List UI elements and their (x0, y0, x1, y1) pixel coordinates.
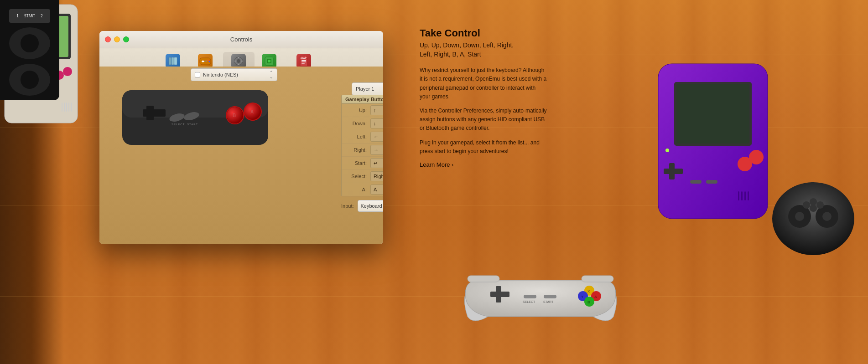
black-controller-image (768, 173, 859, 266)
svg-point-6 (207, 60, 208, 61)
svg-point-7 (208, 61, 210, 62)
svg-rect-87 (68, 103, 69, 112)
svg-rect-36 (524, 295, 536, 298)
system-dropdown-arrow: ⌃⌄ (270, 70, 273, 79)
svg-rect-1 (172, 57, 174, 65)
svg-point-72 (810, 205, 817, 212)
nes-controller-image: SELECT START B A (118, 81, 273, 156)
system-value: Nintendo (NES) (203, 72, 270, 77)
svg-point-64 (772, 182, 854, 255)
learn-more-link[interactable]: Learn More (420, 161, 547, 168)
cassette-device: 1 START 2 (0, 0, 59, 100)
up-value[interactable]: ↑ (370, 105, 383, 115)
minimize-button[interactable] (114, 36, 120, 42)
player-value: Player 1 (356, 86, 383, 92)
button-row-left: Left: ← (342, 130, 383, 144)
svg-text:START: START (543, 300, 554, 303)
info-subtitle: Up, Up, Down, Down, Left, Right,Left, Ri… (420, 41, 547, 59)
gameplay-buttons-header: Gameplay Buttons (341, 95, 383, 104)
svg-text:B: B (233, 113, 236, 118)
svg-rect-88 (71, 103, 72, 112)
svg-rect-85 (64, 103, 65, 112)
titlebar: Controls (99, 31, 383, 48)
svg-rect-9 (206, 61, 207, 62)
player-select-area: Player 1 ⌃⌄ (352, 82, 383, 95)
svg-rect-35 (496, 286, 501, 302)
svg-rect-2 (174, 57, 177, 65)
select-value[interactable]: Right ⇧ (370, 171, 383, 181)
button-row-a: A: A (342, 183, 383, 196)
svg-rect-8 (204, 61, 206, 62)
controls-window: Controls Library (99, 31, 383, 244)
svg-point-69 (803, 201, 810, 209)
player-dropdown[interactable]: Player 1 ⌃⌄ (352, 82, 383, 95)
up-label: Up: (345, 108, 370, 113)
system-dropdown[interactable]: Nintendo (NES) ⌃⌄ (191, 68, 277, 81)
gameplay-buttons-title: Gameplay Buttons (345, 97, 383, 102)
svg-rect-17 (301, 63, 305, 64)
svg-text:BIOS: BIOS (301, 57, 306, 60)
gameplay-buttons-section: Gameplay Buttons Up: ↑ Down: ↓ Left: ← R… (341, 95, 383, 212)
input-label: Input: (341, 203, 354, 209)
svg-rect-62 (748, 191, 749, 200)
svg-rect-0 (169, 57, 171, 65)
fullscreen-button[interactable] (123, 36, 129, 42)
svg-point-63 (665, 149, 669, 152)
svg-rect-37 (544, 295, 556, 298)
grain-4 (0, 296, 868, 297)
info-panel: Take Control Up, Up, Down, Down, Left, R… (420, 27, 547, 168)
down-value[interactable]: ↓ (370, 118, 383, 128)
svg-text:A: A (250, 109, 254, 114)
svg-rect-5 (202, 61, 204, 62)
info-body-1: Why restrict yourself to just the keyboa… (420, 66, 547, 101)
window-title: Controls (230, 36, 252, 43)
button-row-right: Right: → (342, 144, 383, 157)
svg-point-79 (63, 67, 72, 76)
svg-text:Y: Y (581, 295, 584, 299)
input-value: Keyboard (361, 203, 383, 209)
svg-rect-48 (468, 276, 499, 282)
left-value[interactable]: ← (370, 132, 383, 142)
button-row-up: Up: ↑ (342, 104, 383, 117)
svg-rect-49 (582, 276, 613, 282)
button-row-select: Select: Right ⇧ (342, 170, 383, 183)
input-row: Input: Keyboard ⌃⌄ (341, 200, 383, 212)
traffic-lights (105, 36, 129, 42)
svg-rect-61 (744, 191, 746, 200)
start-label: Start: (345, 160, 370, 166)
svg-rect-14 (268, 60, 270, 62)
a-value[interactable]: A (370, 185, 383, 195)
info-body-2: Via the Controller Preferences, simply a… (420, 107, 547, 133)
start-value[interactable]: ↵ (370, 158, 383, 168)
left-label: Left: (345, 134, 370, 139)
down-label: Down: (345, 121, 370, 126)
svg-point-68 (822, 212, 832, 221)
input-dropdown[interactable]: Keyboard ⌃⌄ (358, 200, 383, 212)
svg-point-70 (810, 198, 817, 205)
svg-rect-84 (62, 103, 62, 112)
svg-rect-21 (143, 109, 166, 117)
svg-rect-59 (738, 191, 739, 200)
svg-rect-52 (676, 84, 749, 144)
svg-rect-22 (146, 106, 154, 120)
select-label: Select: (345, 174, 370, 179)
svg-text:B: B (587, 300, 590, 304)
svg-text:A: A (594, 295, 597, 299)
svg-rect-16 (301, 62, 306, 62)
gba-image (649, 59, 777, 234)
button-row-start: Start: ↵ (342, 157, 383, 170)
info-subtitle-text: Up, Up, Down, Down, Left, Right,Left, Ri… (420, 41, 514, 58)
info-body-3: Plug in your gamepad, select it from the… (420, 138, 547, 156)
svg-rect-86 (66, 103, 67, 112)
svg-point-11 (237, 59, 240, 63)
buttons-table: Up: ↑ Down: ↓ Left: ← Right: → Start: ↵ … (341, 104, 383, 196)
svg-rect-60 (741, 191, 743, 200)
svg-rect-15 (301, 60, 306, 61)
svg-rect-54 (669, 163, 675, 179)
system-select-area: Nintendo (NES) ⌃⌄ (191, 68, 277, 81)
right-label: Right: (345, 147, 370, 153)
right-value[interactable]: → (370, 145, 383, 155)
svg-text:SELECT: SELECT (172, 123, 185, 126)
close-button[interactable] (105, 36, 111, 42)
system-checkbox[interactable] (195, 72, 200, 77)
